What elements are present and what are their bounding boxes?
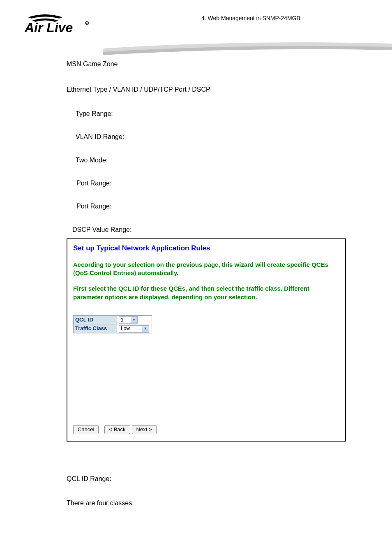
airlive-logo: Air Live R xyxy=(25,12,97,39)
vlan-id-range-label: VLAN ID Range: xyxy=(67,132,325,141)
next-button[interactable]: Next > xyxy=(132,425,157,434)
wizard-form-table: QCL ID 1 ▼ Traffic Class Low ▼ xyxy=(73,315,152,333)
port-range-label-1: Port Range: xyxy=(67,179,325,188)
qcl-id-select[interactable]: 1 ▼ xyxy=(119,316,138,324)
msn-game-zone-text: MSN Game Zone xyxy=(67,60,325,69)
traffic-class-label: Traffic Class xyxy=(74,324,117,333)
breadcrumb: 4. Web Management in SNMP-24MGB xyxy=(201,15,300,21)
cancel-button[interactable]: Cancel xyxy=(73,425,99,434)
wizard-paragraph-1: According to your selection on the previ… xyxy=(73,261,339,278)
qcl-id-range-label: QCL ID Range: xyxy=(67,474,325,483)
traffic-class-value: Low xyxy=(119,325,142,332)
chevron-down-icon: ▼ xyxy=(142,326,149,332)
svg-text:Air Live: Air Live xyxy=(25,20,73,35)
type-range-label: Type Range: xyxy=(67,109,325,118)
dscp-value-range-label: DSCP Value Range: xyxy=(67,225,325,234)
four-classes-text: There are four classes: xyxy=(67,499,325,508)
chevron-down-icon: ▼ xyxy=(131,317,137,323)
qcl-id-value: 1 xyxy=(119,317,131,324)
ethernet-type-heading: Ethernet Type / VLAN ID / UDP/TCP Port /… xyxy=(67,85,325,94)
header-swoosh xyxy=(103,41,392,53)
wizard-screenshot: Set up Typical Network Application Rules… xyxy=(67,238,346,442)
wizard-paragraph-2: First select the QCL ID for these QCEs, … xyxy=(73,284,339,301)
wizard-divider xyxy=(71,415,341,415)
port-range-label-2: Port Range: xyxy=(67,202,325,211)
svg-text:R: R xyxy=(86,22,88,25)
back-button[interactable]: < Back xyxy=(104,425,130,434)
traffic-class-select[interactable]: Low ▼ xyxy=(119,325,149,333)
wizard-title: Set up Typical Network Application Rules xyxy=(73,243,339,253)
two-mode-label: Two Mode: xyxy=(67,156,325,165)
qcl-id-label: QCL ID xyxy=(74,315,117,324)
